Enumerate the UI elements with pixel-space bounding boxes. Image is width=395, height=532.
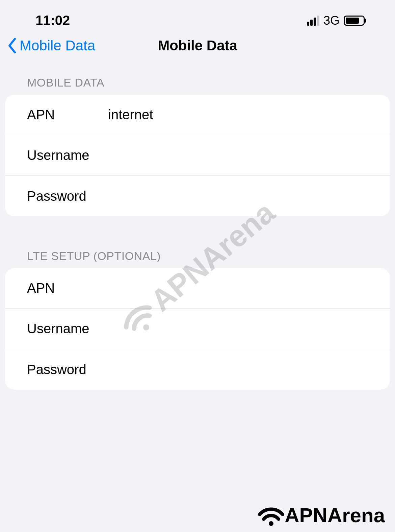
section-group-mobile-data: APN Username Password (5, 95, 390, 216)
lte-username-input[interactable] (108, 321, 368, 336)
row-label-lte-username: Username (27, 321, 108, 336)
navigation-bar: Mobile Data Mobile Data (0, 28, 395, 52)
status-indicators: 3G (307, 14, 365, 28)
row-label-lte-password: Password (27, 362, 108, 377)
status-bar: 11:02 3G (0, 0, 395, 28)
lte-password-input[interactable] (108, 362, 368, 377)
bottom-logo-text: APNArena (285, 504, 385, 527)
row-apn[interactable]: APN (5, 95, 390, 135)
section-header-mobile-data: MOBILE DATA (5, 76, 390, 95)
svg-point-1 (269, 521, 273, 526)
apn-input[interactable] (108, 107, 368, 122)
row-label-apn: APN (27, 107, 108, 122)
bottom-logo: APNArena (258, 504, 385, 527)
row-password[interactable]: Password (5, 176, 390, 216)
username-input[interactable] (108, 148, 368, 163)
password-input[interactable] (108, 189, 368, 204)
network-type: 3G (323, 14, 340, 28)
content-area: MOBILE DATA APN Username Password LTE SE… (0, 52, 395, 390)
row-label-lte-apn: APN (27, 281, 108, 296)
row-label-username: Username (27, 148, 108, 163)
signal-icon (307, 16, 319, 26)
status-time: 11:02 (35, 13, 70, 28)
wifi-icon (258, 505, 285, 526)
battery-icon (344, 16, 365, 26)
row-lte-apn[interactable]: APN (5, 268, 390, 309)
row-lte-username[interactable]: Username (5, 309, 390, 349)
back-label: Mobile Data (20, 38, 95, 54)
chevron-left-icon (7, 38, 17, 54)
back-button[interactable]: Mobile Data (7, 38, 95, 54)
row-lte-password[interactable]: Password (5, 349, 390, 390)
section-header-lte: LTE SETUP (OPTIONAL) (5, 249, 390, 268)
section-group-lte: APN Username Password (5, 268, 390, 390)
row-username[interactable]: Username (5, 135, 390, 176)
page-title: Mobile Data (158, 38, 237, 54)
lte-apn-input[interactable] (108, 281, 368, 296)
row-label-password: Password (27, 189, 108, 204)
